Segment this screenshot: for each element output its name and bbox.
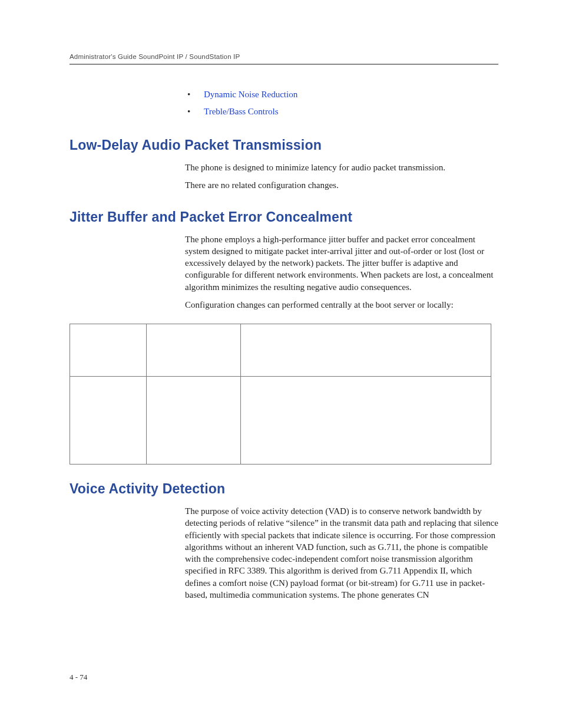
heading-voice-activity-detection: Voice Activity Detection: [70, 481, 498, 497]
link-treble-bass-controls[interactable]: Treble/Bass Controls: [204, 107, 279, 116]
page: Administrator's Guide SoundPoint IP / So…: [0, 0, 562, 728]
heading-jitter-buffer: Jitter Buffer and Packet Error Concealme…: [70, 209, 498, 225]
link-dynamic-noise-reduction[interactable]: Dynamic Noise Reduction: [204, 90, 297, 99]
heading-low-delay-audio: Low-Delay Audio Packet Transmission: [70, 137, 498, 153]
running-head: Administrator's Guide SoundPoint IP / So…: [70, 53, 498, 60]
table-cell: [147, 377, 241, 465]
config-table: [70, 324, 491, 465]
bullet-item: Treble/Bass Controls: [187, 103, 498, 120]
top-bullet-list: Dynamic Noise Reduction Treble/Bass Cont…: [70, 86, 498, 120]
section-vad-body: The purpose of voice activity detection …: [185, 505, 498, 601]
page-number: 4 - 74: [70, 673, 87, 682]
paragraph: There are no related configuration chang…: [185, 179, 498, 191]
table-cell: [147, 324, 241, 377]
table-row: [70, 324, 491, 377]
paragraph: Configuration changes can performed cent…: [185, 299, 498, 311]
table-cell: [70, 324, 147, 377]
section-low-delay-body: The phone is designed to minimize latenc…: [185, 162, 498, 192]
paragraph: The phone is designed to minimize latenc…: [185, 162, 498, 173]
table-cell: [241, 324, 491, 377]
table-row: [70, 377, 491, 465]
table-cell: [241, 377, 491, 465]
header-rule: [70, 64, 498, 65]
bullet-item: Dynamic Noise Reduction: [187, 86, 498, 103]
section-jitter-body: The phone employs a high-performance jit…: [185, 233, 498, 311]
paragraph: The phone employs a high-performance jit…: [185, 233, 498, 293]
paragraph: The purpose of voice activity detection …: [185, 505, 498, 601]
table-cell: [70, 377, 147, 465]
